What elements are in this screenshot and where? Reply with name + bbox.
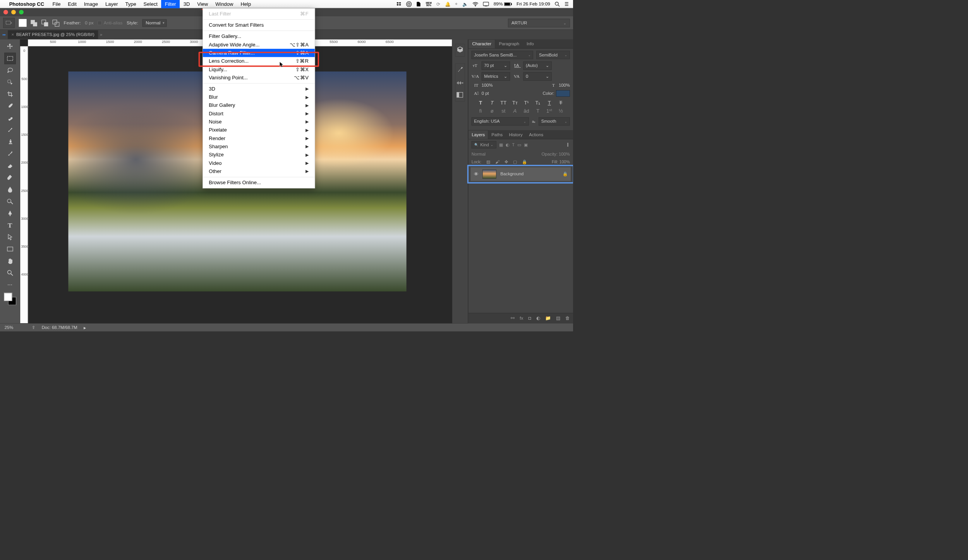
layer-thumbnail[interactable] — [482, 170, 496, 179]
kerning-input[interactable]: Metrics⌄ — [482, 72, 510, 80]
feather-value[interactable]: 0 px — [85, 20, 93, 26]
mem-indicator[interactable]: MEM90% — [426, 2, 432, 6]
clone-stamp-tool[interactable] — [4, 136, 16, 148]
foreground-color-swatch[interactable] — [4, 293, 12, 301]
link-layers-icon[interactable]: ⚯ — [511, 315, 515, 321]
battery-indicator[interactable]: 89% — [494, 2, 512, 7]
menu-layer[interactable]: Layer — [101, 0, 122, 8]
eyedropper-tool[interactable] — [4, 100, 16, 112]
crop-tool[interactable] — [4, 89, 16, 100]
filter-stylize-submenu[interactable]: Stylize▶ — [203, 151, 315, 159]
tab-layers[interactable]: Layers — [468, 130, 488, 139]
blur-tool[interactable] — [4, 184, 16, 195]
workspace-switcher[interactable]: ARTUR⌄ — [508, 19, 570, 27]
dodge-tool[interactable] — [4, 196, 16, 207]
filter-pixel-icon[interactable]: ▦ — [499, 142, 503, 147]
baseline-value[interactable]: 0 pt — [482, 91, 489, 96]
filter-liquify[interactable]: Liquify...⇧⌘X — [203, 65, 315, 74]
strikethrough-button[interactable]: T — [557, 100, 564, 106]
adjustments-panel-icon[interactable] — [457, 79, 464, 87]
zoom-window-button[interactable] — [19, 10, 24, 14]
volume-icon[interactable]: 🔈 — [462, 1, 468, 7]
tab-paragraph[interactable]: Paragraph — [495, 39, 523, 48]
tab-paths[interactable]: Paths — [488, 130, 506, 139]
menu-window[interactable]: Window — [212, 0, 237, 8]
filter-toggle-icon[interactable]: ⏽ — [566, 142, 570, 147]
font-family-dropdown[interactable]: Josefin Sans SemiB...⌄ — [472, 51, 533, 59]
blend-mode-dropdown[interactable]: Normal — [472, 152, 486, 157]
filter-type-icon[interactable]: T — [512, 142, 515, 147]
half-button[interactable]: ½ — [557, 108, 564, 114]
text-color-swatch[interactable] — [556, 90, 570, 97]
menu-type[interactable]: Type — [122, 0, 140, 8]
lock-artboard-icon[interactable]: ▢ — [513, 159, 517, 164]
filter-video-submenu[interactable]: Video▶ — [203, 159, 315, 167]
tool-preset-picker[interactable] — [3, 18, 15, 28]
style-dropdown[interactable]: Normal — [142, 19, 166, 27]
dropbox-icon[interactable] — [396, 1, 402, 7]
lock-pixels-icon[interactable]: 🖌 — [495, 159, 499, 164]
minimize-window-button[interactable] — [11, 10, 16, 14]
font-weight-dropdown[interactable]: SemiBold⌄ — [536, 51, 570, 59]
italic-button[interactable]: T — [489, 100, 496, 106]
rectangle-tool[interactable] — [4, 243, 16, 255]
doc-size[interactable]: Doc: 68.7M/68.7M — [42, 325, 77, 330]
cc-icon[interactable] — [406, 1, 412, 7]
marquee-tool[interactable] — [4, 53, 16, 64]
swash-button[interactable]: A — [511, 108, 518, 114]
filter-gallery[interactable]: Filter Gallery... — [203, 32, 315, 40]
lasso-tool[interactable] — [4, 65, 16, 76]
subtract-from-selection-button[interactable] — [41, 19, 48, 27]
tab-history[interactable]: History — [506, 130, 526, 139]
quick-selection-tool[interactable] — [4, 77, 16, 88]
filter-blur-gallery-submenu[interactable]: Blur Gallery▶ — [203, 101, 315, 110]
menu-extras-icon[interactable]: ☰ — [565, 1, 569, 7]
filter-browse-online[interactable]: Browse Filters Online... — [203, 178, 315, 187]
intersect-selection-button[interactable] — [52, 19, 60, 27]
doc-arrange-icon[interactable]: ▸▸ — [3, 33, 6, 36]
new-layer-icon[interactable]: ▤ — [556, 315, 560, 321]
filter-vanishing-point[interactable]: Vanishing Point...⌥⌘V — [203, 74, 315, 82]
display-icon[interactable] — [483, 2, 489, 6]
move-tool[interactable] — [4, 41, 16, 52]
lock-position-icon[interactable]: ✥ — [505, 159, 508, 164]
status-arrow-icon[interactable]: ▶ — [84, 326, 86, 329]
layer-lock-icon[interactable]: 🔒 — [563, 171, 568, 176]
pen-tool[interactable] — [4, 207, 16, 219]
ligature-st-button[interactable]: st — [500, 108, 507, 114]
gradient-tool[interactable] — [4, 172, 16, 183]
bluetooth-icon[interactable]: ⌖ — [455, 2, 458, 7]
ordinals-button[interactable]: T — [534, 108, 541, 114]
menu-file[interactable]: File — [49, 0, 64, 8]
allcaps-button[interactable]: TT — [500, 100, 507, 106]
sync-icon[interactable]: ⟳ — [436, 1, 440, 7]
delete-layer-icon[interactable]: 🗑 — [565, 315, 570, 321]
export-icon[interactable]: ⇪ — [32, 325, 35, 330]
font-size-input[interactable]: 70 pt⌄ — [482, 62, 510, 70]
filter-shape-icon[interactable]: ▭ — [517, 142, 521, 147]
antialiasing-dropdown[interactable]: Smooth⌄ — [539, 117, 570, 125]
path-selection-tool[interactable] — [4, 231, 16, 243]
zoom-tool[interactable] — [4, 267, 16, 279]
filter-sharpen-submenu[interactable]: Sharpen▶ — [203, 142, 315, 151]
filter-render-submenu[interactable]: Render▶ — [203, 134, 315, 142]
3d-panel-icon[interactable] — [457, 46, 464, 55]
notification-icon[interactable]: 🔔 — [445, 1, 451, 7]
layer-visibility-icon[interactable]: 👁 — [474, 171, 479, 177]
menu-filter[interactable]: Filter — [161, 0, 180, 8]
filter-pixelate-submenu[interactable]: Pixelate▶ — [203, 126, 315, 134]
subscript-button[interactable]: T₁ — [534, 100, 541, 106]
filter-adaptive-wide-angle[interactable]: Adaptive Wide Angle...⌥⇧⌘A — [203, 41, 315, 49]
layer-name[interactable]: Background — [500, 171, 523, 176]
menu-edit[interactable]: Edit — [64, 0, 80, 8]
filter-blur-submenu[interactable]: Blur▶ — [203, 93, 315, 101]
underline-button[interactable]: T — [546, 100, 553, 106]
close-window-button[interactable] — [3, 10, 8, 14]
tab-actions[interactable]: Actions — [526, 130, 546, 139]
opacity-value[interactable]: 100% — [559, 152, 570, 156]
layer-filter-kind[interactable]: 🔍Kind⌄ — [472, 141, 496, 149]
filter-adjustment-icon[interactable]: ◐ — [506, 142, 509, 147]
menu-3d[interactable]: 3D — [180, 0, 194, 8]
layer-row-background[interactable]: 👁 Background 🔒 — [470, 167, 571, 181]
adjustment-layer-icon[interactable]: ◐ — [536, 315, 540, 321]
